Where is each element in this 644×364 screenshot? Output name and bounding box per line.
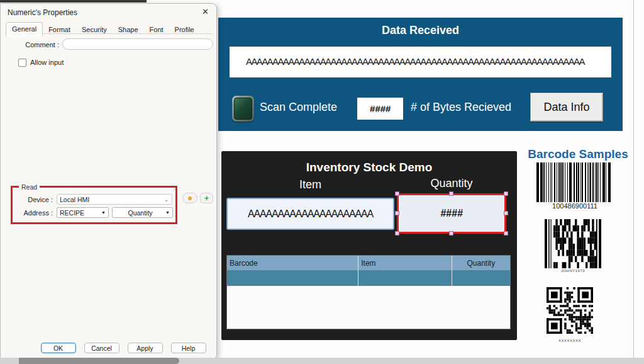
table-header-quantity: Quantity <box>452 256 510 270</box>
barcode-number: 100486900111 <box>530 202 619 210</box>
tab-general[interactable]: General <box>6 22 43 37</box>
barcode-samples-title: Barcode Samples <box>522 147 634 161</box>
chevron-down-icon: ⌄ <box>164 196 169 203</box>
selection-handle[interactable] <box>395 191 399 196</box>
comment-input[interactable] <box>62 38 213 50</box>
address-type-dropdown[interactable]: RECIPE ▼ <box>57 207 109 218</box>
read-group-legend: Read <box>19 183 40 191</box>
general-tab-pane: Comment : Allow input Read Device : Loca… <box>6 33 213 342</box>
scan-complete-indicator[interactable] <box>232 96 254 122</box>
selection-handle[interactable] <box>504 191 508 196</box>
window-right-edge <box>633 0 634 364</box>
data-received-field[interactable]: AAAAAAAAAAAAAAAAAAAAAAAAAAAAAAAAAAAAAAAA… <box>230 47 611 77</box>
table-body <box>227 286 510 329</box>
tag-dot-icon <box>188 196 192 200</box>
qr-caption: XXXXXXXX <box>547 339 593 343</box>
selection-handle[interactable] <box>504 231 508 236</box>
dialog-title: Numeric's Properties <box>8 8 77 17</box>
selection-handle[interactable] <box>395 211 399 215</box>
data-received-panel: Data Received AAAAAAAAAAAAAAAAAAAAAAAAAA… <box>218 18 623 131</box>
selection-handle[interactable] <box>449 231 453 236</box>
inventory-table[interactable]: Barcode Item Quantity <box>226 255 511 329</box>
cancel-button[interactable]: Cancel <box>84 343 119 353</box>
device-value: Local HMI <box>60 196 89 203</box>
horizontal-scrollbar[interactable] <box>0 358 644 364</box>
barcode-qr-icon <box>547 287 593 338</box>
caret-down-icon: ▼ <box>101 210 106 215</box>
table-header-barcode: Barcode <box>227 256 358 270</box>
address-dropdown[interactable]: Quantity ▼ <box>112 207 173 218</box>
pdf417-caption: JOHNY1973 <box>545 269 601 273</box>
numeric-properties-dialog: Numeric's Properties ✕ General Format Se… <box>0 3 217 360</box>
barcode-pdf417-icon <box>545 219 601 268</box>
address-type-value: RECIPE <box>60 209 84 217</box>
device-dropdown[interactable]: Local HMI ⌄ <box>57 194 172 205</box>
item-value: AAAAAAAAAAAAAAAAAAAAA <box>248 208 373 220</box>
bytes-label: # of Bytes Recieved <box>411 101 511 114</box>
dialog-buttons: OK Cancel Apply Help <box>1 343 218 353</box>
selection-handle[interactable] <box>504 211 508 215</box>
table-row <box>227 270 510 286</box>
window-top-strip <box>0 0 147 3</box>
plus-icon: + <box>204 195 209 202</box>
bytes-count-field[interactable]: #### <box>357 98 403 120</box>
help-button[interactable]: Help <box>171 343 206 353</box>
quantity-value: #### <box>440 208 463 219</box>
quantity-field-selected[interactable]: #### <box>397 193 506 234</box>
scan-complete-label: Scan Complete <box>260 101 337 114</box>
allow-input-row[interactable]: Allow input <box>18 54 213 71</box>
allow-input-label: Allow input <box>30 59 64 66</box>
device-label: Device : <box>16 196 53 203</box>
item-label: Item <box>226 178 394 191</box>
address-tag-button[interactable] <box>182 193 197 203</box>
data-received-title: Data Received <box>218 24 623 37</box>
quantity-label: Quantity <box>397 177 506 190</box>
selection-handle[interactable] <box>449 191 453 196</box>
item-field[interactable]: AAAAAAAAAAAAAAAAAAAAA <box>226 198 394 230</box>
dialog-titlebar[interactable]: Numeric's Properties ✕ <box>1 4 216 20</box>
allow-input-checkbox[interactable] <box>18 59 26 67</box>
scan-complete-led-icon <box>234 98 252 120</box>
data-received-value: AAAAAAAAAAAAAAAAAAAAAAAAAAAAAAAAAAAAAAAA… <box>246 56 584 67</box>
address-label: Address : <box>16 209 53 217</box>
apply-button[interactable]: Apply <box>128 343 163 353</box>
table-header-row: Barcode Item Quantity <box>227 256 510 270</box>
comment-label: Comment : <box>6 41 59 48</box>
table-header-item: Item <box>358 256 452 270</box>
caret-down-icon: ▼ <box>165 210 170 215</box>
app-screen: Data Received AAAAAAAAAAAAAAAAAAAAAAAAAA… <box>0 0 644 364</box>
bytes-count-value: #### <box>370 103 391 114</box>
data-info-button[interactable]: Data Info <box>530 93 603 122</box>
scrollbar-thumb[interactable] <box>19 358 179 364</box>
ok-button[interactable]: OK <box>41 343 76 353</box>
barcode-1d-icon <box>536 162 613 202</box>
inventory-panel: Inventory Stock Demo Item Quantity AAAAA… <box>221 151 517 340</box>
selection-handle[interactable] <box>395 231 399 236</box>
address-value: Quantity <box>128 209 152 217</box>
close-icon[interactable]: ✕ <box>202 7 209 16</box>
inventory-title: Inventory Stock Demo <box>221 161 517 174</box>
add-address-button[interactable]: + <box>200 193 213 203</box>
read-group-highlighted: Read Device : Local HMI ⌄ Address : RECI… <box>11 186 177 224</box>
